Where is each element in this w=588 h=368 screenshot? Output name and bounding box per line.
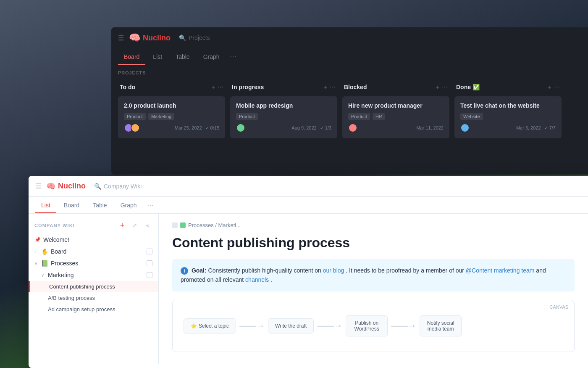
dark-tabs-more[interactable]: ⋯: [227, 48, 239, 65]
column-todo-actions: + ⋯: [212, 84, 223, 90]
search-light-icon: 🔍: [94, 183, 101, 190]
sidebar-expand-button[interactable]: ⤢: [130, 220, 140, 230]
tab-table-dark[interactable]: Table: [170, 49, 195, 64]
card-avatars: [236, 123, 245, 132]
light-search-text: Company Wiki: [104, 183, 142, 190]
about-us-emoji: ✋: [41, 248, 48, 255]
chevron-down-icon: ∨: [41, 273, 46, 278]
hamburger-icon[interactable]: ☰: [118, 34, 124, 42]
canvas-icon: ⛶: [543, 304, 548, 310]
column-blocked-title: Blocked: [344, 84, 367, 90]
card-tags: Product: [236, 113, 331, 120]
info-icon: i: [181, 267, 188, 275]
goal-link-channels[interactable]: channels: [245, 276, 269, 283]
tab-board-light[interactable]: Board: [58, 198, 85, 213]
column-inprogress-header: In progress + ⋯: [230, 81, 337, 93]
sidebar-item-marketing[interactable]: ∨ Marketing: [29, 269, 158, 281]
card-title: Mobile app redesign: [236, 102, 331, 109]
card-meta: Mar 11, 2022: [416, 125, 444, 130]
sidebar-item-label: A/B testing process: [48, 295, 95, 301]
card-title: Test live chat on the website: [460, 102, 556, 109]
column-more-icon[interactable]: ⋯: [330, 84, 336, 90]
sidebar-item-checkbox[interactable]: [147, 249, 152, 254]
light-search[interactable]: 🔍 Company Wiki: [94, 183, 142, 190]
goal-end2: .: [270, 276, 272, 283]
column-in-progress: In progress + ⋯ Mobile app redesign Prod…: [230, 81, 337, 142]
sidebar-item-ad-campaign[interactable]: Ad campaign setup process: [29, 304, 158, 315]
column-todo-header: To do + ⋯: [118, 81, 225, 93]
flow-node-select: ⭐Select a topic: [184, 318, 236, 334]
column-add-icon[interactable]: +: [548, 84, 551, 90]
column-todo-title: To do: [120, 84, 135, 90]
light-header: ☰ 🧠 Nuclino 🔍 Company Wiki: [29, 176, 588, 197]
light-body: COMPANY WIKI + ⤢ « 📌 Welcome! › ✋ Board: [29, 214, 588, 364]
breadcrumb-processes-icon: [180, 222, 186, 228]
goal-link-team[interactable]: @Content marketing team: [466, 267, 535, 274]
column-blocked-header: Blocked + ⋯: [342, 81, 449, 93]
column-add-icon[interactable]: +: [436, 84, 439, 90]
dark-tabs: Board List Table Graph ⋯: [111, 48, 588, 65]
card-hire-pm[interactable]: Hire new product manager Product HR Mar …: [342, 96, 449, 138]
sidebar-item-content-publishing[interactable]: Content publishing process: [29, 281, 158, 292]
sidebar-header: COMPANY WIKI + ⤢ «: [29, 217, 158, 234]
card-footer: Mar 25, 2022 ✓ 0/15: [124, 123, 219, 132]
tab-list-dark[interactable]: List: [147, 49, 168, 64]
avatar: [236, 123, 245, 132]
column-add-icon[interactable]: +: [324, 84, 327, 90]
column-add-icon[interactable]: +: [212, 84, 215, 90]
card-live-chat[interactable]: Test live chat on the website Website Ma…: [454, 96, 562, 138]
avatar: [348, 123, 357, 132]
goal-text: Consistently publish high-quality conten…: [208, 267, 323, 274]
tab-list-light[interactable]: List: [35, 198, 56, 213]
card-meta: Aug 9, 2022 ✓ 1/3: [291, 125, 331, 131]
flow-node-notify: Notify socialmedia team: [420, 315, 462, 336]
card-tasks: ✓ 0/15: [205, 125, 219, 131]
card-product-launch[interactable]: 2.0 product launch Product Marketing Mar…: [118, 96, 225, 138]
sidebar-item-checkbox[interactable]: [147, 260, 152, 266]
tag-product: Product: [124, 113, 146, 120]
tag-hr: HR: [373, 113, 385, 120]
breadcrumb-page-icon: [172, 222, 178, 228]
card-avatars: [460, 123, 470, 132]
tab-table-light[interactable]: Table: [87, 198, 113, 213]
sidebar-add-button[interactable]: +: [117, 220, 127, 230]
light-logo-text: Nuclino: [58, 182, 86, 191]
chevron-down-icon: ∨: [34, 261, 39, 266]
card-mobile-redesign[interactable]: Mobile app redesign Product Aug 9, 2022 …: [230, 96, 337, 138]
breadcrumb: Processes / Marketi...: [172, 222, 575, 228]
light-logo: 🧠 Nuclino: [46, 182, 86, 191]
column-inprogress-title: In progress: [232, 84, 264, 90]
tag-website: Website: [460, 113, 483, 120]
tab-board-dark[interactable]: Board: [118, 49, 145, 64]
flow-arrow-3: ——→: [391, 321, 416, 331]
hamburger-light-icon[interactable]: ☰: [35, 182, 41, 190]
card-date: Aug 9, 2022: [291, 125, 316, 130]
dark-search[interactable]: 🔍 Projects: [179, 34, 210, 41]
sidebar-item-welcome[interactable]: 📌 Welcome!: [29, 234, 158, 246]
card-tags: Website: [460, 113, 556, 120]
chevron-right-icon: ›: [34, 249, 39, 254]
light-tabs: List Board Table Graph ⋯: [29, 197, 588, 214]
sidebar-collapse-button[interactable]: «: [142, 220, 152, 230]
canvas-flow: ⭐Select a topic ——→ Write the draft ——→ …: [179, 307, 567, 345]
card-date: Mar 11, 2022: [416, 125, 444, 130]
goal-middle: . It needs to be proofread by a member o…: [346, 267, 466, 274]
goal-link-blog[interactable]: our blog: [323, 267, 344, 274]
sidebar-item-label: Processes: [51, 260, 78, 267]
column-more-icon[interactable]: ⋯: [442, 84, 448, 90]
column-done-title: Done ✅: [456, 84, 480, 90]
sidebar-item-ab-testing[interactable]: A/B testing process: [29, 292, 158, 304]
flow-arrow-2: ——→: [317, 321, 342, 331]
tab-graph-light[interactable]: Graph: [115, 198, 143, 213]
sidebar-item-about-us[interactable]: › ✋ Board: [29, 246, 158, 257]
sidebar-item-checkbox[interactable]: [147, 272, 152, 278]
light-tabs-more[interactable]: ⋯: [144, 197, 156, 213]
light-window: ☰ 🧠 Nuclino 🔍 Company Wiki List Board Ta…: [29, 176, 588, 368]
column-more-icon[interactable]: ⋯: [554, 84, 560, 90]
tab-graph-dark[interactable]: Graph: [197, 49, 226, 64]
column-blocked: Blocked + ⋯ Hire new product manager Pro…: [342, 81, 449, 142]
sidebar-item-processes[interactable]: ∨ 📗 Processes: [29, 257, 158, 269]
breadcrumb-text: Processes / Marketi...: [188, 222, 241, 228]
sidebar-item-label: Marketing: [48, 272, 74, 278]
column-more-icon[interactable]: ⋯: [218, 84, 223, 90]
